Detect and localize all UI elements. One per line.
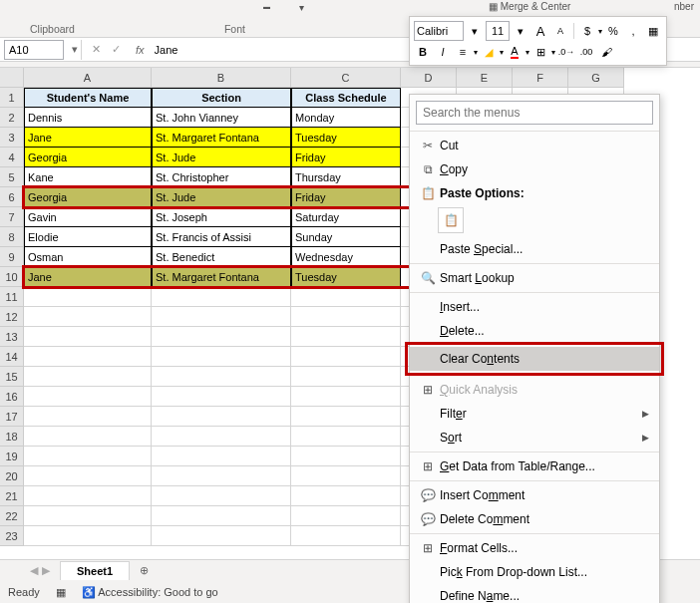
cell[interactable]: Tuesday — [291, 267, 401, 287]
cell[interactable] — [24, 506, 152, 526]
cell[interactable] — [24, 287, 152, 307]
row-header[interactable]: 5 — [0, 167, 24, 187]
dropdown-icon[interactable]: ▾ — [512, 22, 529, 40]
cell[interactable]: Dennis — [24, 108, 152, 128]
column-header[interactable]: A — [24, 68, 152, 88]
cell[interactable] — [24, 486, 152, 506]
tab-prev-icon[interactable]: ◀ — [30, 564, 38, 577]
cell[interactable] — [152, 367, 291, 387]
menu-search-input[interactable] — [416, 101, 653, 125]
cell[interactable]: Georgia — [24, 187, 152, 207]
menu-clear-contents[interactable]: Clear Contents — [410, 347, 659, 371]
menu-define-name[interactable]: Define Name... — [410, 584, 659, 603]
cell[interactable]: Class Schedule — [291, 88, 401, 108]
decimal-dec-icon[interactable]: .00 — [577, 43, 595, 61]
menu-delete[interactable]: Delete... — [410, 319, 659, 343]
cell[interactable] — [152, 427, 291, 447]
italic-button[interactable]: I — [434, 43, 452, 61]
cell[interactable] — [24, 526, 152, 546]
cell[interactable]: Elodie — [24, 227, 152, 247]
row-header[interactable]: 18 — [0, 427, 24, 447]
cell[interactable] — [291, 526, 401, 546]
cell[interactable]: Sunday — [291, 227, 401, 247]
cell[interactable] — [291, 466, 401, 486]
cell[interactable] — [291, 367, 401, 387]
row-header[interactable]: 10 — [0, 267, 24, 287]
row-header[interactable]: 2 — [0, 108, 24, 128]
decrease-font-icon[interactable]: A — [551, 22, 569, 40]
menu-insert[interactable]: Insert... — [410, 295, 659, 319]
cell[interactable] — [291, 407, 401, 427]
cell[interactable]: St. John Vianney — [152, 108, 291, 128]
bold-button[interactable]: B — [414, 43, 432, 61]
cell[interactable]: Jane — [24, 267, 152, 287]
row-header[interactable]: 19 — [0, 447, 24, 466]
select-all-corner[interactable] — [0, 68, 24, 88]
cell[interactable] — [291, 427, 401, 447]
mini-font-size[interactable] — [486, 21, 510, 41]
sheet-tab[interactable]: Sheet1 — [60, 561, 130, 580]
add-sheet-button[interactable]: ⊕ — [134, 561, 154, 581]
cell[interactable]: Thursday — [291, 167, 401, 187]
cell[interactable] — [24, 367, 152, 387]
row-header[interactable]: 12 — [0, 307, 24, 327]
cell[interactable] — [152, 486, 291, 506]
increase-font-icon[interactable]: A — [531, 22, 549, 40]
menu-smart-lookup[interactable]: 🔍Smart Lookup — [410, 266, 659, 290]
row-header[interactable]: 16 — [0, 387, 24, 407]
cell[interactable]: Section — [152, 88, 291, 108]
cell[interactable] — [152, 466, 291, 486]
cell[interactable] — [152, 387, 291, 407]
fill-color-icon[interactable]: ◢ — [480, 43, 498, 61]
row-header[interactable]: 21 — [0, 486, 24, 506]
cell[interactable] — [24, 387, 152, 407]
format-painter-icon[interactable]: 🖌 — [597, 43, 615, 61]
conditional-format-icon[interactable]: ▦ — [644, 22, 662, 40]
tab-next-icon[interactable]: ▶ — [42, 564, 50, 577]
row-header[interactable]: 7 — [0, 207, 24, 227]
row-header[interactable]: 4 — [0, 148, 24, 167]
cell[interactable] — [291, 327, 401, 347]
row-header[interactable]: 23 — [0, 526, 24, 546]
row-header[interactable]: 17 — [0, 407, 24, 427]
border-icon[interactable]: ⊞ — [531, 43, 549, 61]
cell[interactable] — [152, 307, 291, 327]
cell[interactable] — [152, 327, 291, 347]
cell[interactable] — [24, 327, 152, 347]
cell[interactable]: Saturday — [291, 207, 401, 227]
cell[interactable]: Osman — [24, 247, 152, 267]
menu-delete-comment[interactable]: 💬Delete Comment — [410, 507, 659, 531]
cell[interactable] — [152, 347, 291, 367]
cell[interactable]: St. Benedict — [152, 247, 291, 267]
column-header[interactable]: B — [152, 68, 291, 88]
cell[interactable]: St. Joseph — [152, 207, 291, 227]
menu-filter[interactable]: Filter▶ — [410, 402, 659, 426]
name-box[interactable] — [4, 40, 64, 60]
row-header[interactable]: 15 — [0, 367, 24, 387]
row-header[interactable]: 11 — [0, 287, 24, 307]
cell[interactable] — [152, 447, 291, 466]
cell[interactable] — [291, 506, 401, 526]
cell[interactable]: St. Margaret Fontana — [152, 267, 291, 287]
menu-sort[interactable]: Sort▶ — [410, 426, 659, 450]
cell[interactable]: St. Margaret Fontana — [152, 128, 291, 148]
cancel-formula-icon[interactable]: ✕ — [88, 43, 104, 56]
column-header[interactable]: G — [568, 68, 624, 88]
cell[interactable]: Monday — [291, 108, 401, 128]
menu-copy[interactable]: ⧉Copy — [410, 157, 659, 181]
cell[interactable]: Kane — [24, 167, 152, 187]
column-header[interactable]: C — [291, 68, 401, 88]
decimal-inc-icon[interactable]: .0→ — [557, 43, 575, 61]
menu-get-data[interactable]: ⊞Get Data from Table/Range... — [410, 454, 659, 478]
cell[interactable] — [291, 307, 401, 327]
comma-icon[interactable]: , — [624, 22, 642, 40]
row-header[interactable]: 3 — [0, 128, 24, 148]
menu-insert-comment[interactable]: 💬Insert Comment — [410, 483, 659, 507]
column-header[interactable]: E — [457, 68, 513, 88]
row-header[interactable]: 20 — [0, 466, 24, 486]
paste-option-button[interactable]: 📋 — [438, 207, 464, 233]
menu-pick-list[interactable]: Pick From Drop-down List... — [410, 560, 659, 584]
cell[interactable]: Friday — [291, 148, 401, 167]
row-header[interactable]: 9 — [0, 247, 24, 267]
font-color-icon[interactable]: A — [506, 43, 524, 61]
